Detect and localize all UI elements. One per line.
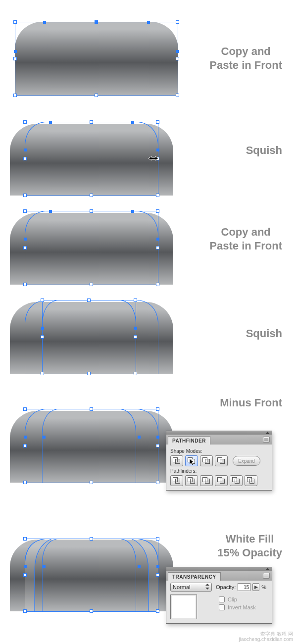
fill-swatch[interactable]	[170, 594, 197, 619]
opacity-input[interactable]: 15	[238, 583, 250, 591]
unite-button[interactable]	[170, 455, 183, 466]
step-label: Copy and Paste in Front	[209, 225, 282, 252]
pathfinder-tab[interactable]: PATHFINDER	[168, 436, 210, 445]
minus-front-button[interactable]	[185, 455, 198, 466]
invert-mask-checkbox[interactable]	[219, 604, 225, 610]
minus-back-button[interactable]	[245, 475, 257, 486]
svg-marker-2	[190, 459, 194, 465]
step-label: Copy and Paste in Front	[209, 45, 282, 72]
svg-marker-0	[148, 156, 158, 160]
step-label: White Fill 15% Opacity	[217, 532, 282, 559]
panel-collapse-bar[interactable]	[166, 567, 272, 571]
merge-button[interactable]	[200, 475, 213, 486]
panel-menu-icon[interactable]	[263, 437, 270, 443]
dome-shape	[10, 213, 173, 285]
outline-button[interactable]	[230, 475, 243, 486]
watermark: 查字典 教程 网 jiaocheng.chazidian.com	[239, 631, 293, 642]
svg-marker-5	[205, 588, 209, 590]
dome-shape	[15, 22, 178, 96]
opacity-slider-toggle[interactable]	[252, 583, 259, 591]
clip-label: Clip	[228, 596, 237, 602]
dome-shape	[10, 540, 173, 611]
stepper-icon	[205, 584, 209, 591]
clip-checkbox[interactable]	[219, 596, 225, 602]
step-label: Minus Front	[220, 396, 282, 410]
invert-label: Invert Mask	[228, 604, 256, 610]
crop-button[interactable]	[215, 475, 228, 486]
svg-marker-6	[254, 586, 258, 589]
panel-collapse-bar[interactable]	[166, 431, 272, 435]
svg-marker-3	[265, 568, 269, 570]
panel-menu-icon[interactable]	[263, 573, 270, 579]
step-label: Squish	[246, 144, 282, 157]
pathfinder-panel[interactable]: PATHFINDER Shape Modes: Expand Pathfinde…	[166, 431, 272, 491]
blend-mode-value: Normal	[173, 584, 190, 590]
svg-marker-4	[205, 584, 209, 586]
cursor-arrow-icon	[190, 459, 195, 466]
transparency-panel[interactable]: TRANSPARENCY Normal Opacity: 15 %	[166, 567, 272, 624]
opacity-unit: %	[261, 584, 266, 590]
divide-button[interactable]	[170, 475, 183, 486]
expand-button[interactable]: Expand	[233, 456, 260, 466]
dome-shape	[10, 302, 173, 374]
shape-modes-label: Shape Modes:	[170, 448, 268, 454]
intersect-button[interactable]	[200, 455, 213, 466]
svg-marker-1	[265, 432, 269, 434]
pathfinders-label: Pathfinders:	[170, 468, 268, 474]
opacity-label: Opacity:	[216, 584, 236, 590]
horizontal-scale-cursor-icon	[148, 156, 158, 161]
step-label: Squish	[246, 327, 282, 341]
exclude-button[interactable]	[215, 455, 228, 466]
transparency-tab[interactable]: TRANSPARENCY	[168, 572, 221, 581]
trim-button[interactable]	[185, 475, 198, 486]
blend-mode-select[interactable]: Normal	[170, 583, 212, 592]
dome-shape	[10, 411, 173, 483]
